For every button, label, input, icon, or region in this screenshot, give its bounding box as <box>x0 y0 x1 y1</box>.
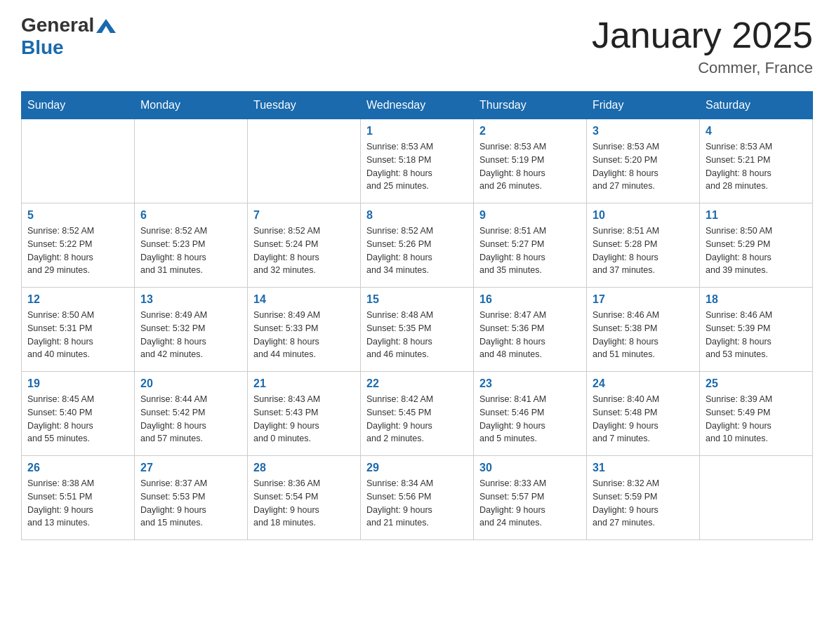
day-number: 13 <box>140 293 241 306</box>
day-info: Sunrise: 8:50 AM Sunset: 5:29 PM Dayligh… <box>706 224 807 277</box>
column-header-friday: Friday <box>587 92 700 119</box>
day-info: Sunrise: 8:45 AM Sunset: 5:40 PM Dayligh… <box>27 393 128 445</box>
day-info: Sunrise: 8:51 AM Sunset: 5:28 PM Dayligh… <box>593 224 694 277</box>
day-number: 22 <box>366 377 468 390</box>
logo-blue: Blue <box>21 36 116 59</box>
day-cell: 27Sunrise: 8:37 AM Sunset: 5:53 PM Dayli… <box>135 456 248 540</box>
day-cell: 16Sunrise: 8:47 AM Sunset: 5:36 PM Dayli… <box>474 288 587 372</box>
day-cell: 14Sunrise: 8:49 AM Sunset: 5:33 PM Dayli… <box>248 288 361 372</box>
day-cell: 23Sunrise: 8:41 AM Sunset: 5:46 PM Dayli… <box>474 372 587 456</box>
day-info: Sunrise: 8:49 AM Sunset: 5:32 PM Dayligh… <box>140 309 241 361</box>
column-header-saturday: Saturday <box>700 92 813 119</box>
day-cell: 5Sunrise: 8:52 AM Sunset: 5:22 PM Daylig… <box>22 203 135 288</box>
day-number: 19 <box>27 377 128 390</box>
day-number: 26 <box>27 462 128 474</box>
day-cell <box>135 119 248 203</box>
day-number: 10 <box>593 209 694 222</box>
day-cell: 20Sunrise: 8:44 AM Sunset: 5:42 PM Dayli… <box>135 372 248 456</box>
day-info: Sunrise: 8:52 AM Sunset: 5:22 PM Dayligh… <box>27 224 128 277</box>
logo-general: General <box>21 14 94 36</box>
day-number: 30 <box>479 462 581 474</box>
day-number: 2 <box>479 125 581 137</box>
day-cell: 6Sunrise: 8:52 AM Sunset: 5:23 PM Daylig… <box>135 203 248 288</box>
day-number: 12 <box>27 293 128 306</box>
day-info: Sunrise: 8:42 AM Sunset: 5:45 PM Dayligh… <box>366 393 468 445</box>
day-info: Sunrise: 8:34 AM Sunset: 5:56 PM Dayligh… <box>366 477 468 530</box>
day-cell: 15Sunrise: 8:48 AM Sunset: 5:35 PM Dayli… <box>361 288 474 372</box>
header-row: SundayMondayTuesdayWednesdayThursdayFrid… <box>22 92 813 119</box>
logo-triangle-icon <box>96 18 116 33</box>
day-cell: 22Sunrise: 8:42 AM Sunset: 5:45 PM Dayli… <box>361 372 474 456</box>
day-number: 1 <box>366 125 468 137</box>
day-number: 11 <box>706 209 807 222</box>
day-cell: 4Sunrise: 8:53 AM Sunset: 5:21 PM Daylig… <box>700 119 813 203</box>
day-info: Sunrise: 8:52 AM Sunset: 5:24 PM Dayligh… <box>253 224 355 277</box>
calendar-table: SundayMondayTuesdayWednesdayThursdayFrid… <box>21 91 813 540</box>
day-number: 15 <box>366 293 468 306</box>
day-info: Sunrise: 8:51 AM Sunset: 5:27 PM Dayligh… <box>479 224 581 277</box>
day-cell: 25Sunrise: 8:39 AM Sunset: 5:49 PM Dayli… <box>700 372 813 456</box>
column-header-tuesday: Tuesday <box>248 92 361 119</box>
day-number: 27 <box>140 462 241 474</box>
day-number: 31 <box>593 462 694 474</box>
day-cell: 1Sunrise: 8:53 AM Sunset: 5:18 PM Daylig… <box>361 119 474 203</box>
day-cell: 29Sunrise: 8:34 AM Sunset: 5:56 PM Dayli… <box>361 456 474 540</box>
day-info: Sunrise: 8:36 AM Sunset: 5:54 PM Dayligh… <box>253 477 355 530</box>
day-number: 18 <box>706 293 807 306</box>
day-info: Sunrise: 8:38 AM Sunset: 5:51 PM Dayligh… <box>27 477 128 530</box>
day-info: Sunrise: 8:41 AM Sunset: 5:46 PM Dayligh… <box>479 393 581 445</box>
logo: General Blue <box>21 14 116 59</box>
day-number: 21 <box>253 377 355 390</box>
day-number: 20 <box>140 377 241 390</box>
day-number: 17 <box>593 293 694 306</box>
day-info: Sunrise: 8:47 AM Sunset: 5:36 PM Dayligh… <box>479 309 581 361</box>
day-cell: 2Sunrise: 8:53 AM Sunset: 5:19 PM Daylig… <box>474 119 587 203</box>
column-header-thursday: Thursday <box>474 92 587 119</box>
week-row-3: 12Sunrise: 8:50 AM Sunset: 5:31 PM Dayli… <box>22 288 813 372</box>
day-cell: 17Sunrise: 8:46 AM Sunset: 5:38 PM Dayli… <box>587 288 700 372</box>
day-cell: 30Sunrise: 8:33 AM Sunset: 5:57 PM Dayli… <box>474 456 587 540</box>
day-cell: 26Sunrise: 8:38 AM Sunset: 5:51 PM Dayli… <box>22 456 135 540</box>
day-info: Sunrise: 8:53 AM Sunset: 5:20 PM Dayligh… <box>593 140 694 193</box>
day-cell: 13Sunrise: 8:49 AM Sunset: 5:32 PM Dayli… <box>135 288 248 372</box>
day-number: 8 <box>366 209 468 222</box>
day-cell <box>700 456 813 540</box>
day-info: Sunrise: 8:53 AM Sunset: 5:21 PM Dayligh… <box>706 140 807 193</box>
day-number: 3 <box>593 125 694 137</box>
title-section: January 2025 Commer, France <box>592 14 813 77</box>
day-info: Sunrise: 8:48 AM Sunset: 5:35 PM Dayligh… <box>366 309 468 361</box>
day-info: Sunrise: 8:37 AM Sunset: 5:53 PM Dayligh… <box>140 477 241 530</box>
column-header-monday: Monday <box>135 92 248 119</box>
day-cell: 9Sunrise: 8:51 AM Sunset: 5:27 PM Daylig… <box>474 203 587 288</box>
day-info: Sunrise: 8:32 AM Sunset: 5:59 PM Dayligh… <box>593 477 694 530</box>
day-info: Sunrise: 8:52 AM Sunset: 5:26 PM Dayligh… <box>366 224 468 277</box>
day-cell: 31Sunrise: 8:32 AM Sunset: 5:59 PM Dayli… <box>587 456 700 540</box>
day-info: Sunrise: 8:52 AM Sunset: 5:23 PM Dayligh… <box>140 224 241 277</box>
day-cell: 19Sunrise: 8:45 AM Sunset: 5:40 PM Dayli… <box>22 372 135 456</box>
day-number: 9 <box>479 209 581 222</box>
week-row-1: 1Sunrise: 8:53 AM Sunset: 5:18 PM Daylig… <box>22 119 813 203</box>
day-cell: 28Sunrise: 8:36 AM Sunset: 5:54 PM Dayli… <box>248 456 361 540</box>
day-cell: 24Sunrise: 8:40 AM Sunset: 5:48 PM Dayli… <box>587 372 700 456</box>
day-info: Sunrise: 8:40 AM Sunset: 5:48 PM Dayligh… <box>593 393 694 445</box>
day-cell: 18Sunrise: 8:46 AM Sunset: 5:39 PM Dayli… <box>700 288 813 372</box>
day-number: 7 <box>253 209 355 222</box>
day-cell: 21Sunrise: 8:43 AM Sunset: 5:43 PM Dayli… <box>248 372 361 456</box>
day-cell: 7Sunrise: 8:52 AM Sunset: 5:24 PM Daylig… <box>248 203 361 288</box>
day-number: 6 <box>140 209 241 222</box>
column-header-sunday: Sunday <box>22 92 135 119</box>
week-row-4: 19Sunrise: 8:45 AM Sunset: 5:40 PM Dayli… <box>22 372 813 456</box>
day-number: 28 <box>253 462 355 474</box>
day-number: 16 <box>479 293 581 306</box>
calendar-title: January 2025 <box>592 14 813 56</box>
day-cell: 8Sunrise: 8:52 AM Sunset: 5:26 PM Daylig… <box>361 203 474 288</box>
day-cell: 3Sunrise: 8:53 AM Sunset: 5:20 PM Daylig… <box>587 119 700 203</box>
day-cell <box>248 119 361 203</box>
day-cell <box>22 119 135 203</box>
day-number: 14 <box>253 293 355 306</box>
day-cell: 11Sunrise: 8:50 AM Sunset: 5:29 PM Dayli… <box>700 203 813 288</box>
day-info: Sunrise: 8:53 AM Sunset: 5:19 PM Dayligh… <box>479 140 581 193</box>
week-row-5: 26Sunrise: 8:38 AM Sunset: 5:51 PM Dayli… <box>22 456 813 540</box>
day-cell: 10Sunrise: 8:51 AM Sunset: 5:28 PM Dayli… <box>587 203 700 288</box>
week-row-2: 5Sunrise: 8:52 AM Sunset: 5:22 PM Daylig… <box>22 203 813 288</box>
